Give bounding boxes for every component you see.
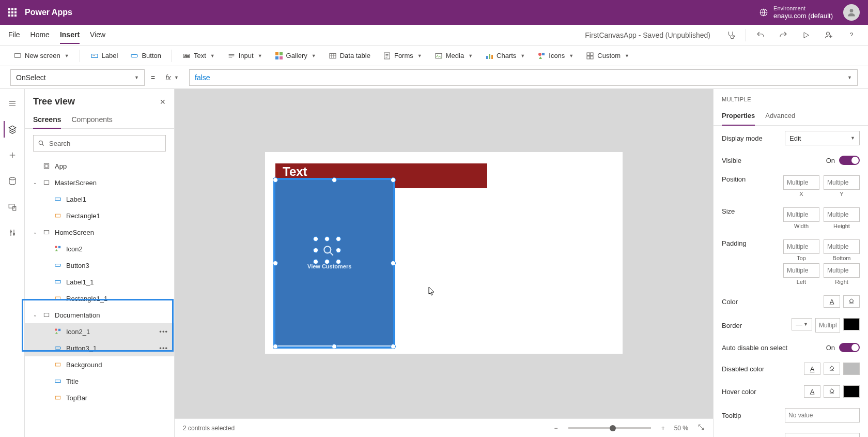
border-style-select[interactable]: — ▼ [792,318,812,330]
padding-bottom-input[interactable] [824,239,860,254]
tree-item-icon2[interactable]: Icon2 [25,240,174,257]
play-button[interactable] [798,27,814,43]
svg-rect-34 [44,181,49,185]
property-dropdown[interactable]: OnSelect▼ [10,69,145,86]
more-button[interactable]: ••• [159,328,168,336]
zoom-out-button[interactable]: − [554,425,558,432]
border-color-swatch[interactable] [843,318,860,330]
text-button[interactable]: AbcText▼ [177,49,220,63]
menu-file[interactable]: File [8,26,20,43]
custom-button[interactable]: Custom▼ [581,49,634,63]
props-tab-properties[interactable]: Properties [722,107,755,126]
tree-item-button3-1[interactable]: Button3_1••• [25,340,174,356]
menu-view[interactable]: View [90,26,105,43]
padding-top-input[interactable] [783,239,819,254]
hover-border-color[interactable] [843,385,860,398]
svg-rect-27 [9,204,14,208]
fx-button[interactable]: fx▼ [161,73,183,82]
tooltip-input[interactable] [785,408,860,423]
tree-item-background[interactable]: Background [25,356,174,373]
environment-picker[interactable]: Environment enayu.com (default) [759,5,833,20]
tree-search-input[interactable]: Search [33,135,166,152]
charts-button[interactable]: Charts▼ [480,49,530,63]
tree-tab-components[interactable]: Components [71,111,112,128]
padding-left-input[interactable] [783,263,819,278]
tools-button[interactable] [4,224,21,241]
app-checker-button[interactable] [723,27,739,43]
svg-point-29 [10,231,11,232]
app-icon [42,162,51,170]
media-button[interactable]: Media▼ [429,49,478,63]
input-button[interactable]: Input▼ [222,49,268,63]
menu-insert[interactable]: Insert [60,26,80,44]
prop-border: Border — ▼ [714,313,868,338]
data-button[interactable] [4,173,21,189]
zoom-slider[interactable] [568,427,651,429]
hover-font-color[interactable]: A [804,385,820,398]
zoom-in-button[interactable]: + [661,425,665,432]
user-avatar[interactable] [843,4,860,21]
data-table-button[interactable]: Data table [323,49,376,63]
disabled-border-color[interactable] [843,363,860,375]
tree-item-button3[interactable]: Button3 [25,257,174,274]
tree-item-label1-1[interactable]: Label1_1 [25,274,174,290]
tree-item-app[interactable]: App [25,158,174,174]
autodisable-toggle[interactable] [839,343,860,352]
font-color-swatch[interactable]: A [824,295,840,308]
icons-button[interactable]: Icons▼ [532,49,579,63]
tree-item-title[interactable]: Title [25,373,174,389]
padding-right-input[interactable] [824,263,860,278]
separator [172,50,172,62]
display-mode-select[interactable]: Edit▼ [785,131,860,145]
disabled-fill-color[interactable] [824,363,840,375]
tree-item-homescreen[interactable]: ⌄HomeScreen [25,224,174,240]
props-tab-advanced[interactable]: Advanced [765,107,795,125]
canvas-area[interactable]: Text View Customers [175,89,713,437]
tree-tab-screens[interactable]: Screens [33,111,61,129]
gallery-button[interactable]: Gallery▼ [270,49,321,63]
position-x-input[interactable] [783,175,819,190]
forms-button[interactable]: Forms▼ [378,49,427,63]
tab-index-input[interactable] [785,433,860,437]
more-button[interactable]: ••• [159,344,168,352]
new-screen-button[interactable]: New screen▼ [8,49,74,63]
tree-item-masterscreen[interactable]: ⌄MasterScreen [25,174,174,191]
tree-item-icon2-1[interactable]: Icon2_1••• [25,323,174,340]
hover-fill-color[interactable] [824,385,840,398]
disabled-font-color[interactable]: A [804,363,820,375]
menu-home[interactable]: Home [30,26,50,43]
rect-icon [54,212,62,220]
media-pane-button[interactable] [4,199,21,215]
tree-view-button[interactable] [4,121,20,138]
help-button[interactable] [843,27,860,43]
rect-icon [54,294,62,303]
svg-rect-24 [587,56,590,58]
zoom-value: 50 % [674,425,688,432]
tree-item-label1[interactable]: Label1 [25,191,174,207]
app-launcher-icon[interactable] [8,8,17,17]
close-tree-button[interactable]: ✕ [160,98,166,106]
fit-button[interactable] [698,424,705,432]
label-button[interactable]: Label [85,49,123,63]
tree-item-topbar[interactable]: TopBar [25,389,174,406]
chevron-down-icon: ▼ [134,75,139,80]
tree-item-rectangle1-1[interactable]: Rectangle1_1 [25,290,174,307]
share-button[interactable] [820,27,837,43]
screen-icon [42,228,51,236]
svg-rect-12 [280,56,283,59]
fill-color-swatch[interactable] [843,295,860,308]
visible-toggle[interactable] [839,156,860,165]
border-width-input[interactable] [815,318,840,333]
position-y-input[interactable] [824,175,860,190]
insert-pane-button[interactable] [4,147,21,163]
button-button[interactable]: Button [125,49,166,63]
tree-item-rectangle1[interactable]: Rectangle1 [25,207,174,224]
size-height-input[interactable] [824,207,860,222]
hamburger-button[interactable] [4,95,21,112]
redo-button[interactable] [775,27,792,43]
design-screen[interactable]: Text View Customers [265,152,623,354]
size-width-input[interactable] [783,207,819,222]
tree-item-documentation[interactable]: ⌄Documentation [25,307,174,323]
formula-input[interactable]: false▼ [189,69,858,86]
undo-button[interactable] [752,27,769,43]
